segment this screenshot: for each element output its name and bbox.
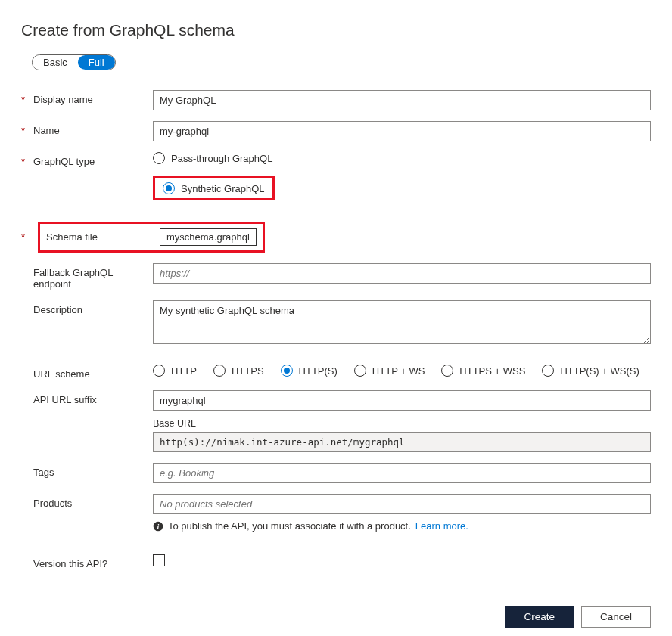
toggle-full[interactable]: Full — [78, 55, 115, 70]
radio-http-s[interactable] — [281, 365, 293, 377]
name-label: Name — [33, 125, 60, 136]
base-url-value: http(s)://nimak.int-azure-api.net/mygrap… — [153, 432, 651, 452]
radio-passthrough-label: Pass-through GraphQL — [171, 153, 272, 164]
radio-synthetic-label: Synthetic GraphQL — [181, 183, 265, 194]
url-scheme-label: URL scheme — [33, 368, 90, 380]
radio-http-s-label: HTTP(S) — [299, 365, 338, 377]
required-indicator: * — [21, 156, 26, 167]
toggle-basic[interactable]: Basic — [33, 55, 78, 70]
products-input[interactable] — [153, 494, 651, 514]
products-info-text: To publish the API, you must associate i… — [168, 520, 411, 532]
svg-text:i: i — [157, 522, 160, 530]
learn-more-link[interactable]: Learn more. — [415, 520, 468, 532]
radio-https-wss[interactable] — [441, 365, 453, 377]
schema-file-chip[interactable]: myschema.graphql — [160, 228, 257, 246]
radio-http[interactable] — [153, 365, 165, 377]
required-indicator: * — [21, 125, 26, 136]
api-url-suffix-input[interactable] — [153, 390, 651, 411]
version-api-label: Version this API? — [33, 558, 107, 569]
radio-synthetic-graphql[interactable] — [163, 182, 175, 194]
create-button[interactable]: Create — [505, 606, 574, 628]
display-name-label: Display name — [33, 94, 93, 105]
radio-https-wss-label: HTTPS + WSS — [459, 365, 525, 377]
name-input[interactable] — [153, 121, 651, 141]
radio-http-s-ws-s-label: HTTP(S) + WS(S) — [560, 365, 639, 377]
api-url-suffix-label: API URL suffix — [33, 394, 97, 405]
radio-http-s-ws-s[interactable] — [542, 365, 554, 377]
base-url-label: Base URL — [153, 418, 651, 429]
required-indicator: * — [21, 231, 26, 243]
version-api-checkbox[interactable] — [153, 554, 165, 566]
schema-file-highlight: Schema file myschema.graphql — [38, 222, 265, 253]
radio-http-ws-label: HTTP + WS — [372, 365, 425, 377]
fallback-endpoint-input[interactable] — [153, 263, 651, 284]
description-label: Description — [33, 304, 82, 315]
radio-https-label: HTTPS — [232, 365, 264, 377]
tags-label: Tags — [33, 467, 54, 478]
page-title: Create from GraphQL schema — [21, 21, 651, 39]
radio-http-label: HTTP — [171, 365, 197, 377]
graphql-type-label: GraphQL type — [33, 156, 95, 167]
schema-file-label: Schema file — [46, 231, 137, 243]
tags-input[interactable] — [153, 463, 651, 483]
cancel-button[interactable]: Cancel — [581, 606, 651, 628]
fallback-endpoint-label: Fallback GraphQL endpoint — [33, 267, 153, 290]
info-icon: i — [153, 521, 163, 532]
synthetic-graphql-highlight: Synthetic GraphQL — [153, 176, 275, 200]
radio-passthrough-graphql[interactable] — [153, 152, 165, 164]
products-label: Products — [33, 498, 72, 509]
radio-http-ws[interactable] — [354, 365, 366, 377]
basic-full-toggle[interactable]: Basic Full — [32, 54, 116, 70]
display-name-input[interactable] — [153, 90, 651, 110]
radio-https[interactable] — [213, 365, 226, 377]
required-indicator: * — [21, 94, 26, 105]
description-input[interactable]: My synthetic GraphQL schema — [153, 300, 651, 344]
